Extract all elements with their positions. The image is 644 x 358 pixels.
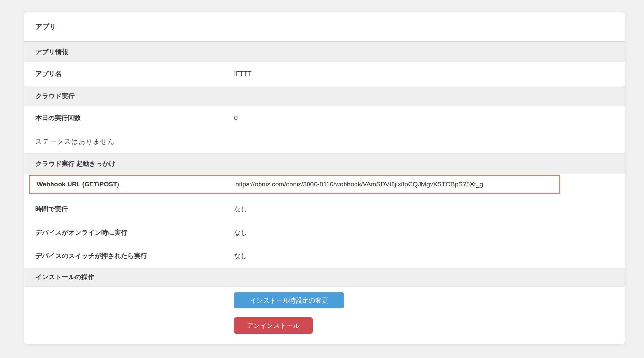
webhook-highlight-box: Webhook URL (GET/POST) https://obniz.com… bbox=[29, 175, 560, 194]
uninstall-button[interactable]: アンインストール bbox=[234, 317, 313, 334]
card-header: アプリ bbox=[24, 12, 625, 42]
run-on-time-value: なし bbox=[234, 205, 247, 213]
run-on-device-switch-label: デバイスのスイッチが押されたら実行 bbox=[35, 251, 234, 260]
webhook-url-label: Webhook URL (GET/POST) bbox=[37, 181, 235, 188]
row-run-on-device-online: デバイスがオンライン時に実行 なし bbox=[24, 221, 625, 244]
row-today-run-count: 本日の実行回数 0 bbox=[24, 106, 625, 130]
change-install-settings-button[interactable]: インストール時設定の変更 bbox=[234, 292, 344, 308]
today-run-count-value: 0 bbox=[234, 114, 238, 122]
webhook-url-value: https://obniz.com/obniz/3006-8116/webhoo… bbox=[235, 181, 483, 188]
section-header-cloud-run-label: クラウド実行 bbox=[35, 92, 75, 100]
section-header-app-info-label: アプリ情報 bbox=[35, 48, 68, 56]
app-detail-card: アプリ アプリ情報 アプリ名 IFTTT クラウド実行 本日の実行回数 0 ステ… bbox=[24, 12, 625, 344]
run-on-device-online-label: デバイスがオンライン時に実行 bbox=[35, 228, 234, 237]
row-run-on-time: 時間で実行 なし bbox=[24, 197, 625, 221]
section-header-install-ops: インストールの操作 bbox=[24, 268, 625, 287]
section-header-cloud-run-trigger: クラウド実行 起動きっかけ bbox=[24, 153, 625, 174]
today-run-count-label: 本日の実行回数 bbox=[35, 114, 234, 122]
run-on-device-switch-value: なし bbox=[234, 251, 247, 260]
row-app-name: アプリ名 IFTTT bbox=[24, 62, 625, 86]
section-header-cloud-run-trigger-label: クラウド実行 起動きっかけ bbox=[35, 159, 116, 168]
run-on-time-label: 時間で実行 bbox=[35, 205, 234, 213]
run-on-device-online-value: なし bbox=[234, 228, 247, 237]
app-name-label: アプリ名 bbox=[35, 70, 234, 78]
row-webhook-url: Webhook URL (GET/POST) https://obniz.com… bbox=[24, 174, 625, 197]
row-run-on-device-switch: デバイスのスイッチが押されたら実行 なし bbox=[24, 244, 625, 268]
section-header-app-info: アプリ情報 bbox=[24, 42, 625, 62]
status-note-text: ステータスはありません bbox=[35, 137, 115, 146]
app-name-value: IFTTT bbox=[234, 70, 251, 78]
card-title: アプリ bbox=[35, 22, 56, 31]
install-actions-area: インストール時設定の変更 アンインストール bbox=[24, 287, 625, 344]
section-header-cloud-run: クラウド実行 bbox=[24, 86, 625, 106]
row-status-note: ステータスはありません bbox=[24, 130, 625, 153]
section-header-install-ops-label: インストールの操作 bbox=[35, 273, 94, 281]
